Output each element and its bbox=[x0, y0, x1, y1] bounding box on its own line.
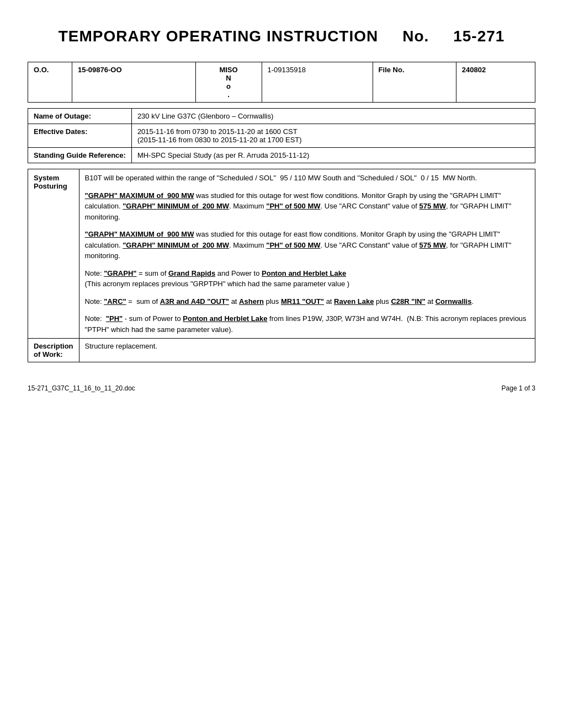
note-arc-paragraph: Note: "ARC" = sum of A3R and A4D "OUT" a… bbox=[85, 296, 529, 307]
effective-dates-row: Effective Dates: 2015-11-16 from 0730 to… bbox=[28, 124, 535, 148]
effective-dates-value: 2015-11-16 from 0730 to 2015-11-20 at 16… bbox=[131, 124, 535, 148]
intro-paragraph: B10T will be operated within the range o… bbox=[85, 173, 529, 184]
oo-value-cell: 15-09876-OO bbox=[72, 62, 196, 103]
note-ph-paragraph: Note: "PH" - sum of Power to Ponton and … bbox=[85, 313, 529, 335]
description-of-work-value: Structure replacement. bbox=[79, 339, 535, 362]
standing-guide-row: Standing Guide Reference: MH-SPC Special… bbox=[28, 148, 535, 163]
outage-value: 230 kV Line G37C (Glenboro – Cornwallis) bbox=[131, 109, 535, 124]
note-graph-paragraph: Note: "GRAPH" = sum of Grand Rapids and … bbox=[85, 268, 529, 290]
system-content: B10T will be operated within the range o… bbox=[85, 173, 529, 335]
description-of-work-label: Descriptionof Work: bbox=[28, 339, 79, 362]
system-posturing-content: B10T will be operated within the range o… bbox=[79, 169, 535, 339]
standing-guide-value: MH-SPC Special Study (as per R. Arruda 2… bbox=[131, 148, 535, 163]
system-posturing-row: SystemPosturing B10T will be operated wi… bbox=[28, 169, 535, 339]
oo-label-cell: O.O. bbox=[28, 62, 72, 103]
system-posturing-table: SystemPosturing B10T will be operated wi… bbox=[28, 169, 535, 362]
footer-right: Page 1 of 3 bbox=[502, 384, 535, 392]
footer: 15-271_G37C_11_16_to_11_20.doc Page 1 of… bbox=[28, 384, 535, 392]
file-no-label-cell: File No. bbox=[373, 62, 456, 103]
file-no-value-cell: 240802 bbox=[456, 62, 535, 103]
effective-dates-label: Effective Dates: bbox=[28, 124, 132, 148]
main-title: TEMPORARY OPERATING INSTRUCTION No. 15-2… bbox=[28, 28, 535, 45]
standing-guide-label: Standing Guide Reference: bbox=[28, 148, 132, 163]
header-table: O.O. 15-09876-OO MISONo. 1-09135918 File… bbox=[28, 62, 535, 103]
west-flow-paragraph: "GRAPH" MAXIMUM of 900 MW was studied fo… bbox=[85, 190, 529, 223]
footer-left: 15-271_G37C_11_16_to_11_20.doc bbox=[28, 384, 135, 392]
description-of-work-row: Descriptionof Work: Structure replacemen… bbox=[28, 339, 535, 362]
info-table: Name of Outage: 230 kV Line G37C (Glenbo… bbox=[28, 108, 535, 163]
outage-label: Name of Outage: bbox=[28, 109, 132, 124]
outage-row: Name of Outage: 230 kV Line G37C (Glenbo… bbox=[28, 109, 535, 124]
system-posturing-label: SystemPosturing bbox=[28, 169, 79, 339]
miso-value-cell: 1-09135918 bbox=[262, 62, 373, 103]
east-flow-paragraph: "GRAPH" MAXIMUM of 900 MW was studied fo… bbox=[85, 229, 529, 261]
miso-label-cell: MISONo. bbox=[195, 62, 262, 103]
